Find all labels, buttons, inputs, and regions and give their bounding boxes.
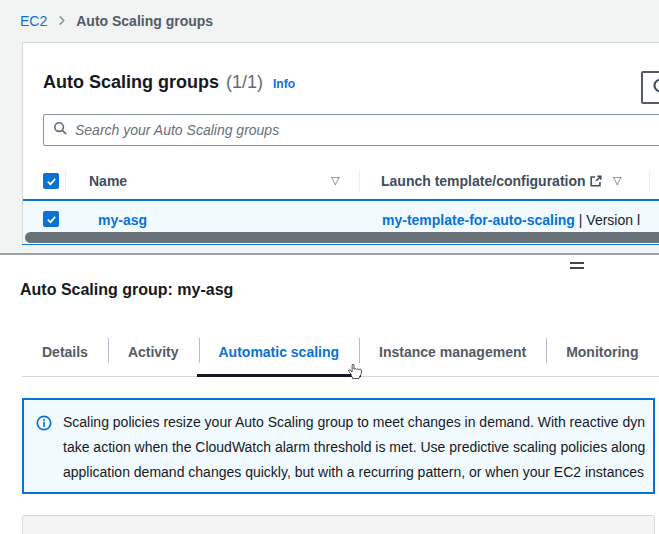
breadcrumb-ec2-link[interactable]: EC2: [20, 13, 47, 29]
table-header: Name ▽ Launch template/configuration ▽: [23, 163, 659, 199]
search-icon: [53, 121, 68, 140]
launch-template-cell: my-template-for-auto-scaling | Version l: [382, 212, 640, 228]
external-link-icon: [589, 174, 603, 192]
select-all-checkbox[interactable]: [43, 173, 59, 189]
banner-line: Scaling policies resize your Auto Scalin…: [63, 410, 645, 435]
breadcrumb: EC2 Auto Scaling groups: [20, 13, 213, 29]
info-link[interactable]: Info: [273, 77, 295, 91]
card-header: Auto Scaling groups (1/1) Info: [43, 72, 295, 93]
refresh-button[interactable]: [641, 71, 659, 104]
split-panel: Auto Scaling group: my-asg Details Activ…: [0, 255, 659, 534]
breadcrumb-current: Auto Scaling groups: [76, 13, 213, 29]
column-divider: [65, 170, 66, 192]
list-title: Auto Scaling groups: [43, 72, 219, 93]
tab-automatic-scaling[interactable]: Automatic scaling: [199, 330, 360, 376]
policies-card-top: [22, 515, 655, 534]
search-box: [43, 114, 659, 146]
tab-monitoring[interactable]: Monitoring: [546, 330, 658, 376]
list-section: EC2 Auto Scaling groups Auto Scaling gro…: [0, 0, 659, 254]
row-checkbox[interactable]: [43, 211, 59, 227]
info-circle-icon: [36, 415, 52, 482]
tab-details[interactable]: Details: [22, 330, 108, 376]
banner-line: application demand changes quickly, but …: [63, 460, 645, 485]
tab-bar: Details Activity Automatic scaling Insta…: [22, 330, 659, 377]
asg-list-card: Auto Scaling groups (1/1) Info: [22, 42, 659, 245]
refresh-icon: [652, 77, 659, 98]
panel-drag-handle-icon[interactable]: [570, 262, 584, 271]
column-divider: [649, 170, 650, 192]
list-count: (1/1): [226, 72, 263, 93]
column-header-launch-template[interactable]: Launch template/configuration: [381, 173, 586, 189]
search-input[interactable]: [75, 122, 659, 138]
panel-title: Auto Scaling group: my-asg: [20, 281, 233, 299]
breadcrumb-chevron-icon: [56, 13, 67, 29]
launch-template-version: | Version l: [575, 212, 640, 228]
sort-icon[interactable]: ▽: [331, 174, 339, 187]
banner-line: take action when the CloudWatch alarm th…: [63, 435, 645, 460]
tab-instance-management[interactable]: Instance management: [359, 330, 546, 376]
sort-icon[interactable]: ▽: [613, 174, 621, 187]
asg-name-link[interactable]: my-asg: [98, 212, 147, 228]
column-header-name[interactable]: Name: [89, 173, 127, 189]
tab-activity[interactable]: Activity: [108, 330, 199, 376]
info-banner: Scaling policies resize your Auto Scalin…: [22, 398, 655, 494]
horizontal-scrollbar[interactable]: [25, 232, 659, 243]
column-divider: [359, 170, 360, 192]
banner-text: Scaling policies resize your Auto Scalin…: [63, 410, 645, 482]
aws-console-page: EC2 Auto Scaling groups Auto Scaling gro…: [0, 0, 659, 534]
launch-template-link[interactable]: my-template-for-auto-scaling: [382, 212, 575, 228]
